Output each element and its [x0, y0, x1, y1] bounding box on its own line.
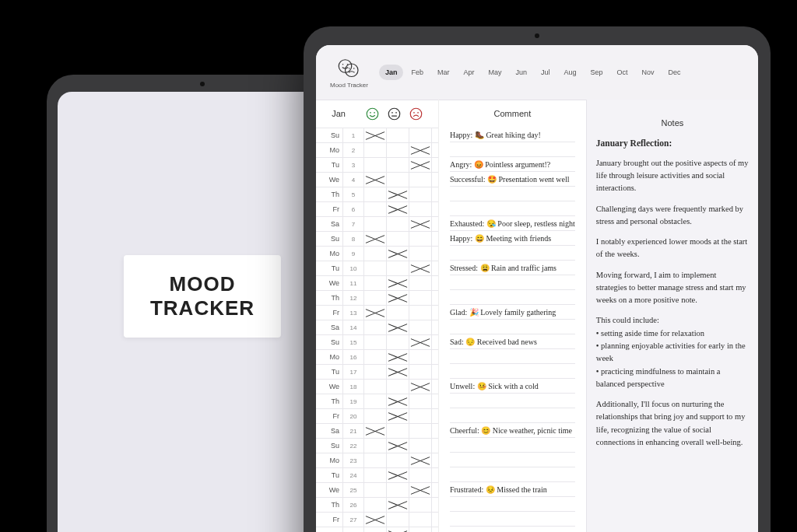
- comment-line[interactable]: Sad: 😔 Received bad news: [450, 334, 575, 349]
- mood-cell-sad[interactable]: [409, 232, 432, 246]
- mood-cell-neutral[interactable]: [387, 247, 409, 261]
- comment-line[interactable]: [450, 275, 575, 290]
- mood-cell-sad[interactable]: [409, 202, 432, 216]
- mood-cell-happy[interactable]: [364, 232, 387, 246]
- mood-cell-happy[interactable]: [364, 320, 387, 334]
- mood-cell-neutral[interactable]: [387, 424, 409, 438]
- comment-line[interactable]: Happy: 😄 Meeting with friends: [450, 231, 575, 246]
- mood-cell-happy[interactable]: [364, 424, 387, 438]
- mood-cell-neutral[interactable]: [387, 468, 409, 482]
- mood-cell-neutral[interactable]: [387, 143, 409, 157]
- mood-cell-happy[interactable]: [364, 527, 387, 532]
- comment-line[interactable]: [450, 187, 575, 201]
- month-tab-jan[interactable]: Jan: [379, 65, 404, 80]
- month-tab-oct[interactable]: Oct: [611, 65, 634, 80]
- month-tab-jul[interactable]: Jul: [535, 65, 556, 80]
- month-tab-mar[interactable]: Mar: [431, 65, 456, 80]
- mood-cell-neutral[interactable]: [387, 527, 409, 532]
- month-tab-jun[interactable]: Jun: [509, 65, 533, 80]
- mood-cell-happy[interactable]: [364, 498, 387, 512]
- mood-cell-neutral[interactable]: [387, 453, 409, 467]
- mood-cell-happy[interactable]: [364, 483, 387, 497]
- mood-cell-happy[interactable]: [364, 276, 387, 290]
- mood-cell-sad[interactable]: [409, 409, 432, 423]
- mood-cell-neutral[interactable]: [387, 320, 409, 334]
- comment-line[interactable]: Glad: 🎉 Lovely family gathering: [450, 305, 575, 320]
- mood-cell-happy[interactable]: [364, 217, 387, 231]
- mood-cell-sad[interactable]: [409, 483, 432, 497]
- comment-line[interactable]: [450, 497, 575, 512]
- mood-cell-sad[interactable]: [409, 143, 432, 157]
- mood-cell-sad[interactable]: [409, 350, 432, 364]
- mood-cell-happy[interactable]: [364, 409, 387, 423]
- mood-cell-sad[interactable]: [409, 247, 432, 261]
- comment-line[interactable]: Angry: 😡 Pointless argument!?: [450, 157, 575, 172]
- month-tab-apr[interactable]: Apr: [457, 65, 480, 80]
- mood-cell-sad[interactable]: [409, 394, 432, 408]
- mood-cell-neutral[interactable]: [387, 261, 409, 275]
- comment-line[interactable]: Stressed: 😩 Rain and traffic jams: [450, 261, 575, 275]
- mood-cell-happy[interactable]: [364, 158, 387, 172]
- month-tab-feb[interactable]: Feb: [405, 65, 430, 80]
- comment-line[interactable]: [450, 527, 575, 532]
- mood-cell-neutral[interactable]: [387, 217, 409, 231]
- month-tab-dec[interactable]: Dec: [662, 65, 687, 80]
- mood-cell-neutral[interactable]: [387, 498, 409, 512]
- mood-cell-sad[interactable]: [409, 424, 432, 438]
- mood-cell-neutral[interactable]: [387, 158, 409, 172]
- comment-line[interactable]: Exhausted: 😪 Poor sleep, restless night: [450, 216, 575, 231]
- mood-cell-sad[interactable]: [409, 320, 432, 334]
- mood-cell-neutral[interactable]: [387, 439, 409, 453]
- mood-cell-happy[interactable]: [364, 380, 387, 394]
- notes-body[interactable]: January Reflection:January brought out t…: [596, 137, 749, 449]
- mood-cell-sad[interactable]: [409, 158, 432, 172]
- mood-cell-neutral[interactable]: [387, 173, 409, 187]
- mood-cell-sad[interactable]: [409, 291, 432, 305]
- mood-cell-happy[interactable]: [364, 187, 387, 201]
- comment-line[interactable]: [450, 408, 575, 423]
- mood-cell-sad[interactable]: [409, 365, 432, 379]
- mood-cell-neutral[interactable]: [387, 291, 409, 305]
- comment-line[interactable]: [450, 364, 575, 379]
- mood-cell-sad[interactable]: [409, 498, 432, 512]
- mood-cell-sad[interactable]: [409, 173, 432, 187]
- month-tab-sep[interactable]: Sep: [585, 65, 609, 80]
- mood-cell-happy[interactable]: [364, 335, 387, 349]
- mood-cell-sad[interactable]: [409, 468, 432, 482]
- month-tab-may[interactable]: May: [482, 65, 507, 80]
- app-logo[interactable]: Mood Tracker: [330, 57, 368, 89]
- mood-cell-sad[interactable]: [409, 187, 432, 201]
- comment-line[interactable]: Successful: 🤩 Presentation went well: [450, 172, 575, 187]
- mood-cell-sad[interactable]: [409, 439, 432, 453]
- mood-cell-happy[interactable]: [364, 261, 387, 275]
- mood-cell-happy[interactable]: [364, 128, 387, 142]
- mood-cell-sad[interactable]: [409, 276, 432, 290]
- mood-cell-sad[interactable]: [409, 527, 432, 532]
- mood-cell-neutral[interactable]: [387, 380, 409, 394]
- mood-cell-happy[interactable]: [364, 291, 387, 305]
- mood-cell-neutral[interactable]: [387, 276, 409, 290]
- month-tab-nov[interactable]: Nov: [636, 65, 661, 80]
- mood-cell-sad[interactable]: [409, 335, 432, 349]
- mood-cell-neutral[interactable]: [387, 513, 409, 527]
- mood-cell-sad[interactable]: [409, 380, 432, 394]
- mood-cell-sad[interactable]: [409, 128, 432, 142]
- comment-line[interactable]: [450, 438, 575, 453]
- mood-cell-sad[interactable]: [409, 513, 432, 527]
- mood-cell-happy[interactable]: [364, 306, 387, 320]
- mood-cell-neutral[interactable]: [387, 409, 409, 423]
- mood-cell-sad[interactable]: [409, 306, 432, 320]
- comment-line[interactable]: [450, 246, 575, 261]
- mood-cell-neutral[interactable]: [387, 365, 409, 379]
- mood-cell-happy[interactable]: [364, 202, 387, 216]
- mood-cell-happy[interactable]: [364, 350, 387, 364]
- comment-line[interactable]: [450, 349, 575, 364]
- mood-cell-happy[interactable]: [364, 247, 387, 261]
- mood-cell-happy[interactable]: [364, 453, 387, 467]
- comment-line[interactable]: Cheerful: 😊 Nice weather, picnic time: [450, 423, 575, 438]
- mood-cell-happy[interactable]: [364, 173, 387, 187]
- mood-cell-neutral[interactable]: [387, 306, 409, 320]
- mood-cell-neutral[interactable]: [387, 350, 409, 364]
- comment-line[interactable]: Happy: 🥾 Great hiking day!: [450, 128, 575, 142]
- mood-cell-happy[interactable]: [364, 439, 387, 453]
